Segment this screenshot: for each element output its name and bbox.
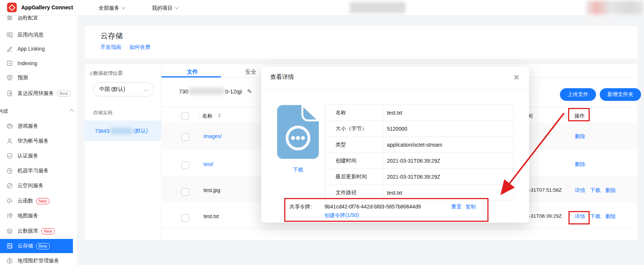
- chart-monitor-icon: [6, 74, 13, 81]
- file-type-icon: [276, 104, 320, 159]
- nav-my-projects[interactable]: 我的项目: [152, 5, 178, 12]
- sidebar-item-ml-service[interactable]: 机器学习服务: [0, 163, 77, 178]
- row-action-delete[interactable]: 删除: [575, 160, 585, 168]
- tab-files[interactable]: 文件: [187, 68, 198, 76]
- cloud-storage-icon: [6, 243, 13, 249]
- column-tick: [199, 113, 199, 118]
- beta-badge: Beta: [36, 243, 50, 249]
- row-checkbox[interactable]: [182, 162, 189, 169]
- brand-title: AppGallery Connect: [21, 4, 73, 10]
- row-action-delete[interactable]: 删除: [605, 213, 616, 220]
- pricing-link[interactable]: 如何收费: [129, 44, 150, 51]
- row-action-detail[interactable]: 详情: [575, 186, 585, 194]
- redacted-bucket-id: [189, 88, 224, 95]
- edit-pencil-icon[interactable]: ✎: [247, 88, 252, 95]
- upload-file-button[interactable]: 上传文件: [560, 88, 596, 101]
- sidebar-item-geofence[interactable]: 地理围栏管理服务: [0, 253, 77, 265]
- close-icon[interactable]: ×: [513, 73, 519, 83]
- chevron-down-icon: [121, 5, 125, 9]
- file-row-name[interactable]: images/: [204, 132, 222, 140]
- share-token-label: 共享令牌:: [289, 204, 312, 210]
- location-icon: ◎: [89, 70, 93, 76]
- dev-guide-link[interactable]: 开发指南: [100, 44, 121, 51]
- redacted-user-area: [586, 1, 644, 15]
- new-folder-button[interactable]: 新增文件夹: [600, 88, 641, 101]
- detail-value: test.txt: [382, 105, 513, 121]
- token-reset-link[interactable]: 重置: [451, 204, 462, 210]
- column-header-action: 操作: [574, 112, 585, 119]
- message-icon: [6, 32, 13, 38]
- sidebar-item-cloud-storage[interactable]: 云存储 Beta: [0, 239, 73, 253]
- select-all-checkbox[interactable]: [182, 112, 189, 120]
- row-checkbox[interactable]: [182, 214, 189, 222]
- gamepad-icon: [6, 123, 13, 130]
- sidebar-item-huawei-account[interactable]: 华为帐号服务: [0, 134, 77, 149]
- appgallery-logo-icon[interactable]: [7, 3, 17, 12]
- sidebar-item-cloud-space[interactable]: 云空间服务: [0, 178, 77, 193]
- top-header-bar: AppGallery Connect 全部服务 我的项目: [0, 0, 644, 16]
- file-row-name[interactable]: test/: [204, 160, 213, 168]
- panel-divider: [161, 64, 161, 240]
- file-row-name: test.jpg: [204, 186, 220, 194]
- redacted-instance-id: [110, 128, 133, 134]
- detail-value: 5120000: [382, 121, 513, 137]
- column-tick: [179, 113, 179, 118]
- sidebar-item-remote-config[interactable]: 远程配置: [0, 15, 77, 25]
- detail-value: 2021-03-31T06:39:29Z: [382, 153, 513, 169]
- detail-label: 最后更新时间: [325, 169, 382, 185]
- sidebar-item-auth-service[interactable]: 认证服务: [0, 149, 77, 163]
- row-checkbox[interactable]: [182, 188, 189, 196]
- shield-check-icon: [6, 153, 13, 159]
- token-copy-link[interactable]: 复制: [465, 204, 476, 210]
- sidebar-item-game-service[interactable]: 游戏服务: [0, 119, 77, 134]
- page-title-card: 云存储 开发指南 如何收费: [85, 26, 637, 59]
- view-details-modal: 查看详情 × 下载 名称 test.txt 大小（字节） 5120000 类型 …: [261, 67, 529, 223]
- file-row-name: test.txt: [204, 213, 219, 220]
- page-title: 云存储: [100, 31, 123, 41]
- row-action-delete[interactable]: 删除: [605, 186, 616, 194]
- nav-all-services[interactable]: 全部服务: [99, 5, 125, 12]
- sidebar-item-in-app-messaging[interactable]: 应用内消息: [0, 28, 77, 42]
- modal-header-divider: [261, 89, 529, 89]
- beta-badge: Beta: [57, 90, 71, 97]
- app-window: AppGallery Connect 全部服务 我的项目 远程配置 应用内消息 …: [0, 0, 644, 265]
- indexing-icon: [6, 60, 13, 67]
- quick-app-icon: [6, 90, 13, 97]
- detail-label: 名称: [325, 105, 382, 121]
- row-action-download[interactable]: 下载: [590, 186, 600, 194]
- row-action-download[interactable]: 下载: [590, 213, 600, 220]
- share-token-value: 9b41cd42-0f76-442d-bfd3-5857b80644d9: [324, 204, 421, 210]
- pencil-link-icon: [6, 45, 13, 52]
- row-checkbox[interactable]: [182, 133, 189, 141]
- detail-label: 大小（字节）: [325, 121, 382, 137]
- layers-icon: [6, 228, 13, 234]
- create-token-link[interactable]: 创建令牌(1/50): [324, 212, 359, 219]
- region-select[interactable]: 中国 (默认): [93, 82, 154, 96]
- sidebar-item-indexing[interactable]: Indexing: [0, 56, 77, 71]
- chevron-down-icon: [174, 5, 179, 9]
- sidebar-item-quick-app[interactable]: 直达应用快服务 Beta: [0, 86, 77, 101]
- column-header-name[interactable]: 名称: [202, 112, 212, 119]
- instance-list-label: 存储实例: [93, 109, 112, 116]
- sidebar-item-cloud-functions[interactable]: 云函数 New: [0, 194, 77, 208]
- detail-value: test.txt: [382, 185, 513, 201]
- map-pin-icon: [6, 213, 13, 219]
- chevron-up-icon: [70, 109, 74, 113]
- detail-label: 创建时间: [325, 153, 382, 169]
- sort-carets-icon[interactable]: [218, 113, 221, 118]
- detail-label: 文件路径: [325, 185, 382, 201]
- detail-label: 类型: [325, 137, 382, 153]
- row-action-detail[interactable]: 详情: [575, 213, 585, 220]
- tab-security[interactable]: 安全: [245, 68, 256, 76]
- sidebar-item-prediction[interactable]: 预测: [0, 70, 77, 85]
- sidebar-item-map-service[interactable]: 地图服务: [0, 208, 77, 223]
- sidebar-section-build[interactable]: 构建: [0, 106, 73, 117]
- detail-value: application/octet-stream: [382, 137, 513, 153]
- file-details-table: 名称 test.txt 大小（字节） 5120000 类型 applicatio…: [325, 105, 514, 201]
- sidebar-item-cloud-db[interactable]: 云数据库 New: [0, 224, 77, 239]
- modal-download-link[interactable]: 下载: [293, 167, 303, 173]
- storage-instance-item[interactable]: 73643 (默认): [85, 121, 161, 141]
- breadcrumb: 730 0-12qji ✎: [179, 87, 252, 95]
- row-action-delete[interactable]: 删除: [575, 132, 585, 140]
- sidebar-item-app-linking[interactable]: App Linking: [0, 41, 77, 56]
